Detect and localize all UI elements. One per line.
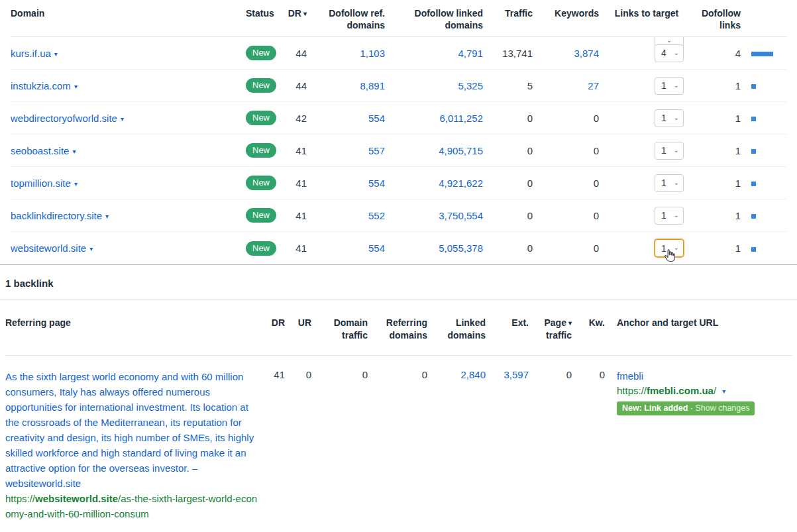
col-dofollow-links[interactable]: Dofollow links — [689, 7, 746, 31]
col-ur[interactable]: UR — [290, 317, 317, 329]
col-ext[interactable]: Ext. — [491, 317, 534, 329]
dofollow-links-bar — [751, 182, 756, 186]
col-anchor-target-url[interactable]: Anchor and target URL — [610, 317, 792, 329]
col-dr[interactable]: DR▾ — [282, 7, 312, 20]
col-dofollow-linked-domains[interactable]: Dofollow linked domains — [390, 7, 488, 31]
traffic-value: 5 — [488, 80, 538, 91]
links-to-target-select[interactable]: 1⌄ — [655, 174, 684, 192]
domain-traffic-value: 0 — [317, 369, 373, 380]
dofollow-links-bar — [751, 149, 756, 154]
chevron-down-icon[interactable]: ▾ — [54, 50, 58, 58]
col-dofollow-ref-domains[interactable]: Dofollow ref. domains — [312, 7, 390, 31]
col-domain[interactable]: Domain — [11, 7, 246, 19]
dofollow-ref-domains-link[interactable]: 554 — [368, 242, 385, 254]
dofollow-links-bar — [751, 117, 756, 121]
domain-link[interactable]: instukzia.com — [11, 80, 71, 91]
dofollow-ref-domains-link[interactable]: 554 — [368, 113, 385, 124]
chevron-down-icon[interactable]: ▾ — [722, 388, 725, 395]
dofollow-links-bar — [751, 84, 756, 89]
col-dr-label: DR — [288, 8, 301, 19]
dofollow-linked-domains-link[interactable]: 4,921,622 — [439, 178, 483, 189]
url-domain: fmebli.com.ua — [647, 385, 714, 396]
linked-domains-link[interactable]: 2,840 — [460, 369, 486, 380]
select-value: 1 — [661, 80, 666, 91]
col-dr[interactable]: DR — [264, 317, 290, 329]
table-row: backlinkdirectory.site▾ New 41 552 3,750… — [11, 199, 786, 232]
dofollow-ref-domains-link[interactable]: 557 — [368, 145, 385, 156]
col-traffic[interactable]: Traffic — [488, 7, 538, 19]
dofollow-linked-domains-link[interactable]: 5,055,378 — [439, 242, 483, 254]
dr-value: 44 — [282, 48, 312, 59]
links-to-target-select[interactable]: 1⌄ — [655, 142, 684, 160]
chevron-down-icon[interactable]: ▾ — [121, 115, 124, 123]
dofollow-linked-domains-link[interactable]: 3,750,554 — [439, 210, 483, 221]
domain-link[interactable]: kurs.if.ua — [11, 48, 51, 59]
chevron-down-icon[interactable]: ▾ — [74, 180, 78, 187]
domain-link[interactable]: seoboast.site — [11, 145, 69, 156]
traffic-value: 0 — [488, 145, 538, 156]
col-page-traffic[interactable]: Page▾ traffic — [534, 317, 577, 342]
domain-link[interactable]: webdirectoryofworld.site — [11, 113, 117, 124]
keywords-value: 0 — [538, 242, 604, 254]
dofollow-links-bar — [751, 247, 756, 252]
select-value: 1 — [661, 145, 666, 156]
domain-link[interactable]: backlinkdirectory.site — [11, 210, 102, 221]
dofollow-linked-domains-link[interactable]: 4,905,715 — [439, 145, 483, 156]
keywords-value: 0 — [538, 210, 604, 221]
dofollow-ref-domains-link[interactable]: 552 — [368, 210, 385, 221]
select-value: 1 — [661, 178, 666, 188]
links-to-target-select[interactable]: 4⌄ — [655, 44, 684, 62]
backlinks-section-title: 1 backlink — [0, 265, 797, 299]
col-keywords[interactable]: Keywords — [538, 7, 604, 19]
dofollow-links-value: 1 — [689, 145, 746, 156]
dofollow-linked-domains-link[interactable]: 4,791 — [458, 48, 483, 59]
col-kw[interactable]: Kw. — [577, 317, 610, 329]
sort-desc-icon[interactable]: ▾ — [303, 10, 307, 17]
col-domain-traffic[interactable]: Domain traffic — [317, 317, 373, 342]
dofollow-linked-domains-link[interactable]: 5,325 — [458, 80, 483, 91]
ext-link[interactable]: 3,597 — [504, 369, 529, 380]
dofollow-linked-domains-link[interactable]: 6,011,252 — [439, 113, 483, 124]
dr-value: 41 — [282, 178, 312, 189]
chevron-down-icon: ⌄ — [666, 37, 672, 44]
dofollow-ref-domains-link[interactable]: 8,891 — [360, 80, 385, 91]
links-to-target-select[interactable]: 1⌄ — [655, 109, 684, 127]
keywords-link[interactable]: 3,874 — [574, 48, 599, 59]
dofollow-links-bar — [751, 52, 773, 56]
kw-value: 0 — [577, 369, 610, 380]
url-scheme: https:// — [617, 385, 647, 396]
links-to-target-select[interactable]: 1⌄ — [655, 207, 684, 225]
domain-link[interactable]: websiteworld.site — [11, 242, 86, 254]
links-to-target-select[interactable]: 1⌄ — [655, 77, 684, 95]
chevron-down-icon[interactable]: ▾ — [89, 245, 93, 252]
chevron-down-icon: ⌄ — [674, 179, 679, 186]
chevron-down-icon[interactable]: ▾ — [72, 148, 76, 155]
links-to-target-select[interactable]: 1⌄ — [655, 239, 684, 257]
dofollow-ref-domains-link[interactable]: 1,103 — [360, 48, 385, 59]
col-referring-page[interactable]: Referring page — [5, 317, 264, 329]
chevron-down-icon[interactable]: ▾ — [74, 83, 78, 90]
chevron-down-icon: ⌄ — [674, 81, 679, 89]
dr-value: 41 — [282, 145, 312, 156]
col-referring-domains[interactable]: Referring domains — [373, 317, 433, 342]
col-linked-domains[interactable]: Linked domains — [433, 317, 491, 342]
sort-desc-icon[interactable]: ▾ — [568, 319, 572, 327]
domain-link[interactable]: topmillion.site — [11, 178, 71, 189]
dr-value: 41 — [282, 210, 312, 221]
col-links-to-target[interactable]: Links to target — [604, 7, 689, 19]
chevron-down-icon: ⌄ — [674, 244, 679, 251]
referring-page-url-link[interactable]: https://websiteworld.site/as-the-sixth-l… — [5, 491, 260, 521]
col-status[interactable]: Status — [246, 7, 282, 19]
chevron-down-icon: ⌄ — [674, 49, 679, 56]
referring-page-title-link[interactable]: As the sixth largest world economy and w… — [5, 369, 260, 491]
status-badge: New — [246, 241, 276, 256]
keywords-link[interactable]: 27 — [588, 80, 599, 91]
show-changes-link[interactable]: Show changes — [695, 403, 749, 413]
traffic-value: 0 — [488, 210, 538, 221]
referring-domains-value: 0 — [373, 369, 433, 380]
status-badge: New — [246, 143, 276, 158]
target-url-link[interactable]: https://fmebli.com.ua/ ▾ — [617, 384, 792, 399]
chevron-down-icon[interactable]: ▾ — [105, 213, 109, 220]
dofollow-ref-domains-link[interactable]: 554 — [368, 178, 385, 189]
anchor-text-link[interactable]: fmebli — [617, 369, 792, 384]
